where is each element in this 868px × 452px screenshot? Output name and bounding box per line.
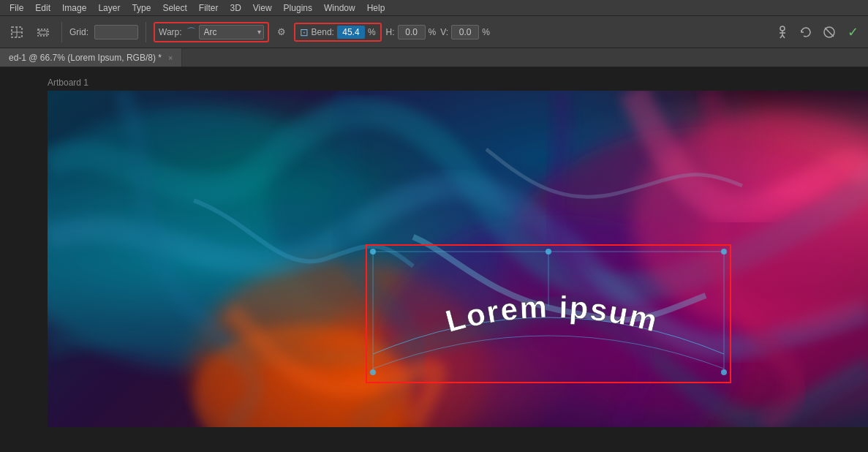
puppet-warp-button[interactable] [773, 23, 792, 42]
menu-bar: File Edit Image Layer Type Select Filter… [0, 0, 868, 16]
lorem-ipsum-text: Lorem ipsum [442, 290, 662, 339]
svg-point-23 [370, 249, 376, 255]
svg-point-27 [546, 249, 551, 255]
h-section: H: % [386, 25, 437, 39]
toolbar: Grid: Warp: ⌒ Arc None Arc Lower Arc Upp… [0, 16, 868, 48]
warp-label: Warp: [159, 27, 182, 37]
warp-arc-icon: ⌒ [186, 26, 196, 39]
bend-icon: ⊡ [300, 26, 309, 38]
cancel-button[interactable] [820, 23, 839, 42]
menu-help[interactable]: Help [362, 1, 390, 15]
warp-select-wrapper: Arc None Arc Lower Arc Upper Arch Bulge … [199, 25, 264, 39]
svg-line-11 [825, 28, 834, 37]
h-label: H: [386, 27, 395, 37]
reset-button[interactable] [796, 23, 815, 42]
transform-tool-icon[interactable] [6, 21, 28, 43]
bend-section: ⊡ Bend: % [294, 23, 382, 42]
grid-label: Grid: [69, 27, 88, 37]
artboard-label: Artboard 1 [48, 78, 88, 88]
h-percent: % [429, 27, 437, 37]
menu-file[interactable]: File [4, 1, 29, 15]
warp-dropdown[interactable]: Arc None Arc Lower Arc Upper Arch Bulge … [199, 25, 264, 39]
tab-close-button[interactable]: × [168, 53, 173, 62]
svg-rect-4 [39, 31, 47, 34]
menu-type[interactable]: Type [127, 1, 156, 15]
document-tab[interactable]: ed-1 @ 66.7% (Lorem Ipsum, RGB/8) * × [0, 48, 182, 67]
bend-input[interactable] [337, 26, 365, 39]
grid-input[interactable] [94, 25, 138, 39]
menu-window[interactable]: Window [319, 1, 361, 15]
separator-2 [146, 22, 146, 42]
menu-plugins[interactable]: Plugins [279, 1, 317, 15]
canvas-area: Artboard 1 [0, 67, 868, 452]
h-input[interactable] [398, 25, 426, 39]
separator-1 [61, 22, 62, 42]
bend-percent: % [368, 27, 376, 37]
tab-title: ed-1 @ 66.7% (Lorem Ipsum, RGB/8) * [9, 53, 162, 63]
toolbar-right-actions: ✓ [773, 23, 862, 42]
menu-view[interactable]: View [248, 1, 277, 15]
svg-point-25 [370, 369, 376, 375]
menu-filter[interactable]: Filter [194, 1, 224, 15]
lorem-ipsum-svg: Lorem ipsum [377, 266, 728, 376]
menu-edit[interactable]: Edit [30, 1, 56, 15]
tab-bar: ed-1 @ 66.7% (Lorem Ipsum, RGB/8) * × [0, 48, 868, 67]
v-percent: % [482, 27, 490, 37]
menu-3d[interactable]: 3D [224, 1, 246, 15]
move-tool-icon[interactable] [32, 21, 54, 43]
svg-point-5 [780, 26, 785, 31]
menu-layer[interactable]: Layer [93, 1, 125, 15]
v-input[interactable] [451, 25, 479, 39]
canvas-background: Lorem ipsum [48, 91, 868, 427]
bend-label: Bend: [312, 27, 334, 37]
warp-section: Warp: ⌒ Arc None Arc Lower Arc Upper Arc… [154, 22, 269, 42]
menu-image[interactable]: Image [57, 1, 91, 15]
v-section: V: % [440, 25, 490, 39]
canvas-content: Lorem ipsum [48, 91, 868, 427]
warp-settings-button[interactable]: ⚙ [273, 24, 290, 40]
confirm-button[interactable]: ✓ [843, 23, 862, 42]
v-label: V: [440, 27, 448, 37]
lorem-text-container: Lorem ipsum [377, 266, 728, 376]
svg-line-9 [782, 35, 785, 38]
svg-point-24 [721, 249, 727, 255]
menu-select[interactable]: Select [157, 1, 192, 15]
